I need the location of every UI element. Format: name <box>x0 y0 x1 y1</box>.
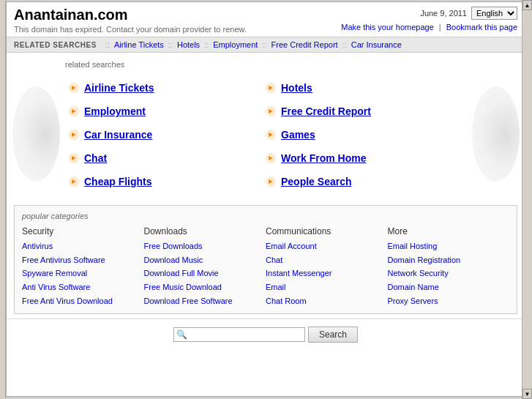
search-item-flights: Cheap Flights <box>65 170 262 193</box>
nav-bar: RELATED SEARCHES :: Airline Tickets :: H… <box>7 37 525 53</box>
right-scrollbar: ▲ ▼ <box>522 0 532 399</box>
category-heading-downloads: Downloads <box>144 226 266 236</box>
right-decoration <box>466 53 525 201</box>
search-link-employment[interactable]: Employment <box>84 105 146 117</box>
date-text: June 9, 2011 <box>420 9 467 18</box>
search-grid: Airline Tickets Hotels Employment <box>65 76 459 193</box>
cat-link-proxy[interactable]: Proxy Servers <box>388 294 510 308</box>
search-icon: 🔍 <box>177 329 187 340</box>
cat-link-instant-msg[interactable]: Instant Messenger <box>266 266 388 280</box>
arrow-icon-chat <box>68 152 80 164</box>
main-window: Anantainan.com This domain has expired. … <box>6 1 525 397</box>
search-button[interactable]: Search <box>308 327 358 343</box>
nav-sep-5: :: <box>342 40 347 49</box>
search-link-car[interactable]: Car Insurance <box>84 129 152 141</box>
nav-link-employment[interactable]: Employment <box>213 40 258 49</box>
search-link-chat[interactable]: Chat <box>84 152 107 164</box>
categories-grid: Security Antivirus Free Antivirus Softwa… <box>22 226 509 307</box>
arrow-icon-hotels <box>265 82 277 94</box>
header-links: Make this your homepage | Bookmark this … <box>341 23 517 31</box>
link-separator: | <box>439 23 441 31</box>
nav-link-airline[interactable]: Airline Tickets <box>114 40 164 49</box>
arrow-icon-airline <box>68 82 80 94</box>
category-heading-more: More <box>388 226 510 236</box>
cat-link-domain-name[interactable]: Domain Name <box>388 280 510 294</box>
search-input-wrap: 🔍 <box>173 327 305 342</box>
nav-link-hotels[interactable]: Hotels <box>177 40 200 49</box>
search-link-games[interactable]: Games <box>281 129 315 141</box>
search-item-credit: Free Credit Report <box>262 100 459 123</box>
arrow-icon-credit <box>265 105 277 117</box>
cat-link-network-security[interactable]: Network Security <box>388 266 510 280</box>
arrow-icon-flights <box>68 176 80 187</box>
right-circle-shape <box>472 86 520 182</box>
scroll-up-button[interactable]: ▲ <box>522 0 532 10</box>
header-right: June 9, 2011 English Make this your home… <box>341 7 517 31</box>
arrow-icon-employment <box>68 105 80 117</box>
cat-link-email[interactable]: Email <box>266 280 388 294</box>
cat-link-download-movie[interactable]: Download Full Movie <box>144 266 266 280</box>
nav-sep-1: :: <box>105 40 110 49</box>
header: Anantainan.com This domain has expired. … <box>7 2 525 37</box>
cat-link-free-download-av[interactable]: Free Anti Virus Download <box>22 294 144 308</box>
nav-link-credit[interactable]: Free Credit Report <box>271 40 338 49</box>
search-item-chat: Chat <box>65 146 262 170</box>
popular-label: popular categories <box>22 212 509 220</box>
nav-sep-3: :: <box>204 40 209 49</box>
cat-link-spyware[interactable]: Spyware Removal <box>22 266 144 280</box>
search-link-credit[interactable]: Free Credit Report <box>281 105 371 117</box>
search-link-hotels[interactable]: Hotels <box>281 82 312 94</box>
category-heading-security: Security <box>22 226 144 236</box>
arrow-icon-people <box>265 176 277 187</box>
cat-link-email-hosting[interactable]: Email Hosting <box>388 239 510 253</box>
cat-link-download-software[interactable]: Download Free Software <box>144 294 266 308</box>
search-item-employment: Employment <box>65 100 262 123</box>
arrow-icon-car <box>68 129 80 141</box>
search-link-people[interactable]: People Search <box>281 176 352 187</box>
make-homepage-link[interactable]: Make this your homepage <box>341 23 434 31</box>
search-item-car: Car Insurance <box>65 123 262 146</box>
cat-link-antivirus[interactable]: Antivirus <box>22 239 144 253</box>
bookmark-link[interactable]: Bookmark this page <box>446 23 517 31</box>
search-bar: 🔍 Search <box>7 318 525 350</box>
cat-link-chat-room[interactable]: Chat Room <box>266 294 388 308</box>
category-communications: Communications Email Account Chat Instan… <box>266 226 388 307</box>
search-item-wfh: Work From Home <box>262 146 459 170</box>
search-input[interactable] <box>189 329 291 340</box>
cat-link-domain-reg[interactable]: Domain Registration <box>388 253 510 267</box>
search-link-flights[interactable]: Cheap Flights <box>84 176 152 187</box>
search-item-people: People Search <box>262 170 459 193</box>
search-link-wfh[interactable]: Work From Home <box>281 152 366 164</box>
related-searches-label: RELATED SEARCHES <box>14 41 97 49</box>
category-heading-comms: Communications <box>266 226 388 236</box>
nav-sep-4: :: <box>262 40 266 49</box>
date-lang: June 9, 2011 English <box>341 7 517 20</box>
cat-link-free-downloads[interactable]: Free Downloads <box>144 239 266 253</box>
search-link-airline[interactable]: Airline Tickets <box>84 82 154 94</box>
nav-sep-2: :: <box>168 40 173 49</box>
popular-section: popular categories Security Antivirus Fr… <box>14 205 517 314</box>
nav-link-car[interactable]: Car Insurance <box>351 40 402 49</box>
cat-link-antivirus-software[interactable]: Anti Virus Software <box>22 280 144 294</box>
category-downloads: Downloads Free Downloads Download Music … <box>144 226 266 307</box>
left-circle-shape <box>12 86 60 182</box>
cat-link-download-music[interactable]: Download Music <box>144 253 266 267</box>
category-more: More Email Hosting Domain Registration N… <box>388 226 510 307</box>
arrow-icon-games <box>265 129 277 141</box>
language-select[interactable]: English <box>471 7 517 20</box>
category-security: Security Antivirus Free Antivirus Softwa… <box>22 226 144 307</box>
content-area: related searches Airline Tickets Hotels <box>7 53 525 201</box>
cat-link-free-music[interactable]: Free Music Download <box>144 280 266 294</box>
left-scrollbar <box>0 0 6 399</box>
related-label: related searches <box>65 60 459 69</box>
left-decoration <box>7 53 65 201</box>
cat-link-email-account[interactable]: Email Account <box>266 239 388 253</box>
search-item-hotels: Hotels <box>262 76 459 100</box>
search-item-games: Games <box>262 123 459 146</box>
search-item-airline: Airline Tickets <box>65 76 262 100</box>
cat-link-chat[interactable]: Chat <box>266 253 388 267</box>
cat-link-free-antivirus[interactable]: Free Antivirus Software <box>22 253 144 267</box>
center-content: related searches Airline Tickets Hotels <box>65 53 466 201</box>
scroll-down-button[interactable]: ▼ <box>522 389 532 399</box>
arrow-icon-wfh <box>265 152 277 164</box>
